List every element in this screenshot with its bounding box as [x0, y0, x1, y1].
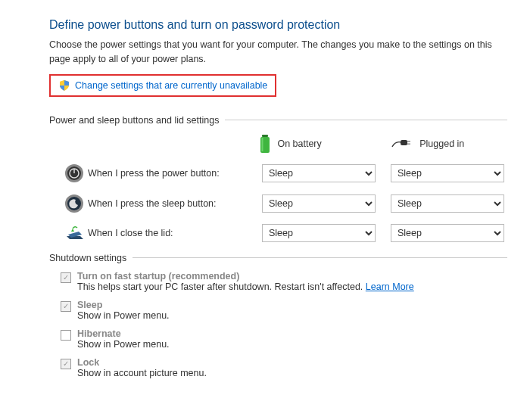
checkbox-sleep: [61, 301, 71, 312]
select-lid-plugged[interactable]: Sleep: [391, 224, 504, 242]
checkbox-hibernate: [61, 330, 71, 341]
shield-icon: [58, 79, 70, 92]
shutdown-item-sub: Show in Power menu.: [77, 310, 170, 321]
select-lid-battery[interactable]: Sleep: [262, 224, 376, 242]
section-header-shutdown: Shutdown settings: [49, 253, 507, 263]
section-header-label: Power and sleep buttons and lid settings: [49, 115, 219, 126]
checkbox-fast-startup: [61, 272, 71, 283]
shutdown-item-title: Sleep: [77, 300, 170, 310]
select-sleep-battery[interactable]: Sleep: [262, 194, 376, 213]
svg-rect-4: [407, 141, 410, 142]
plug-icon: [391, 138, 413, 150]
sleep-button-icon: [64, 194, 84, 213]
shutdown-item-sleep: Sleep Show in Power menu.: [61, 300, 507, 321]
row-close-lid: When I close the lid: Sleep Sleep: [61, 224, 507, 242]
lid-icon: [62, 224, 86, 242]
power-button-icon: [64, 163, 84, 183]
battery-icon: [259, 133, 271, 154]
change-settings-link[interactable]: Change settings that are currently unava…: [75, 80, 267, 91]
page-title: Define power buttons and turn on passwor…: [49, 18, 507, 32]
row-label: When I close the lid:: [88, 228, 262, 238]
shutdown-item-lock: Lock Show in account picture menu.: [61, 357, 507, 378]
divider: [225, 120, 507, 120]
select-sleep-plugged[interactable]: Sleep: [391, 194, 504, 213]
row-label: When I press the sleep button:: [88, 198, 262, 209]
column-label: Plugged in: [419, 138, 464, 149]
column-header-plugged: Plugged in: [391, 138, 507, 150]
change-settings-highlight: Change settings that are currently unava…: [49, 74, 276, 97]
column-label: On battery: [277, 138, 321, 149]
row-label: When I press the power button:: [88, 168, 262, 179]
svg-rect-3: [401, 140, 407, 145]
shutdown-settings: Turn on fast startup (recommended) This …: [61, 271, 507, 378]
select-power-plugged[interactable]: Sleep: [391, 164, 504, 182]
select-power-battery[interactable]: Sleep: [262, 164, 376, 182]
column-headers: On battery Plugged in: [49, 133, 507, 154]
learn-more-link[interactable]: Learn More: [366, 282, 414, 292]
svg-rect-5: [407, 143, 410, 144]
shutdown-item-sub: Show in account picture menu.: [77, 368, 207, 378]
divider: [132, 257, 507, 258]
column-header-battery: On battery: [259, 133, 376, 154]
shutdown-item-title: Hibernate: [77, 328, 170, 339]
shutdown-item-fast-startup: Turn on fast startup (recommended) This …: [61, 271, 507, 292]
shutdown-item-title: Turn on fast startup (recommended): [77, 271, 414, 282]
section-header-power-sleep: Power and sleep buttons and lid settings: [49, 115, 507, 126]
shutdown-item-sub: Show in Power menu.: [77, 339, 170, 350]
shutdown-item-hibernate: Hibernate Show in Power menu.: [61, 328, 507, 350]
svg-rect-2: [262, 138, 263, 151]
shutdown-item-title: Lock: [77, 357, 207, 368]
checkbox-lock: [61, 359, 71, 369]
row-power-button: When I press the power button: Sleep Sle…: [61, 163, 507, 183]
row-sleep-button: When I press the sleep button: Sleep Sle…: [61, 194, 507, 213]
svg-rect-0: [262, 135, 268, 137]
page-description: Choose the power settings that you want …: [49, 38, 507, 67]
section-header-label: Shutdown settings: [49, 253, 126, 263]
shutdown-item-sub: This helps start your PC faster after sh…: [77, 282, 414, 292]
